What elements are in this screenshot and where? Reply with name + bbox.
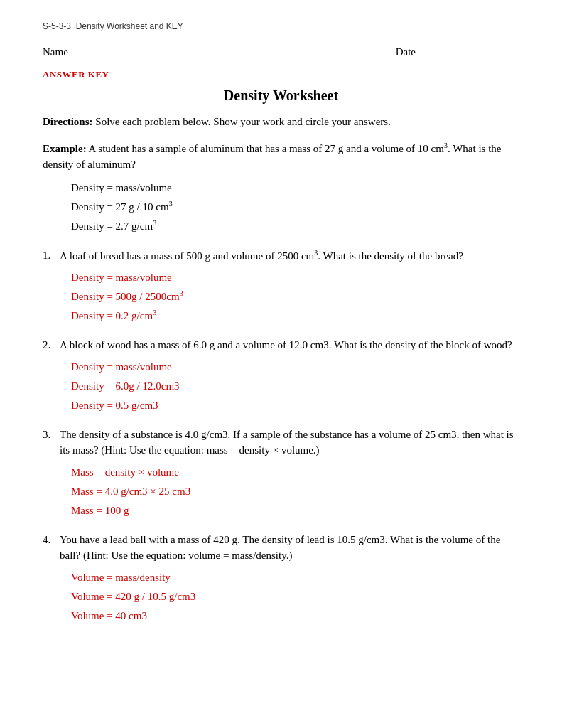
problem-4-number: 4. [43,532,60,548]
problem-4-question: 4. You have a lead ball with a mass of 4… [43,532,519,564]
date-line [420,46,519,58]
problem-1-text: A loaf of bread has a mass of 500 g and … [60,247,519,264]
example-steps: Density = mass/volume Density = 27 g / 1… [43,178,519,236]
directions-text: Solve each problem below. Show your work… [93,116,391,127]
example-step-1: Density = mass/volume [71,178,519,198]
example-label: Example: [43,143,87,154]
problem-1-answers: Density = mass/volume Density = 500g / 2… [43,268,519,326]
problem-2: 2. A block of wood has a mass of 6.0 g a… [43,337,519,415]
name-label: Name [43,46,68,58]
problem-2-answer-2: Density = 6.0g / 12.0cm3 [71,377,519,396]
problem-2-answer-1: Density = mass/volume [71,358,519,377]
problem-2-question: 2. A block of wood has a mass of 6.0 g a… [43,337,519,353]
problem-1-answer-2: Density = 500g / 2500cm3 [71,287,519,306]
problem-4-answer-2: Volume = 420 g / 10.5 g/cm3 [71,587,519,606]
name-line [72,46,382,58]
example-step-3: Density = 2.7 g/cm3 [71,217,519,236]
directions: Directions: Solve each problem below. Sh… [43,114,519,130]
date-label: Date [396,46,416,58]
directions-label: Directions: [43,116,93,127]
problem-3-question: 3. The density of a substance is 4.0 g/c… [43,427,519,459]
problem-3-answer-3: Mass = 100 g [71,501,519,520]
problem-3-answer-2: Mass = 4.0 g/cm3 × 25 cm3 [71,482,519,501]
problem-1-question: 1. A loaf of bread has a mass of 500 g a… [43,247,519,264]
problem-3-answer-1: Mass = density × volume [71,463,519,482]
example-text: Example: A student has a sample of alumi… [43,140,519,173]
example-block: Example: A student has a sample of alumi… [43,140,519,236]
example-step-2: Density = 27 g / 10 cm3 [71,198,519,217]
problem-4: 4. You have a lead ball with a mass of 4… [43,532,519,626]
problem-1: 1. A loaf of bread has a mass of 500 g a… [43,247,519,326]
problem-3-number: 3. [43,427,60,443]
problems-container: 1. A loaf of bread has a mass of 500 g a… [43,247,519,626]
problem-4-answer-1: Volume = mass/density [71,568,519,587]
problem-2-answers: Density = mass/volume Density = 6.0g / 1… [43,358,519,415]
problem-1-number: 1. [43,247,60,264]
problem-4-text: You have a lead ball with a mass of 420 … [60,532,519,564]
file-name: S-5-3-3_Density Worksheet and KEY [43,21,519,31]
problem-2-number: 2. [43,337,60,353]
problem-1-answer-1: Density = mass/volume [71,268,519,287]
problem-1-answer-3: Density = 0.2 g/cm3 [71,306,519,326]
problem-4-answers: Volume = mass/density Volume = 420 g / 1… [43,568,519,626]
problem-2-answer-3: Density = 0.5 g/cm3 [71,396,519,415]
problem-3-answers: Mass = density × volume Mass = 4.0 g/cm3… [43,463,519,520]
worksheet-title: Density Worksheet [43,87,519,104]
example-main-text: A student has a sample of aluminum that … [87,143,444,154]
answer-key-label: Answer Key [43,68,519,80]
problem-3-text: The density of a substance is 4.0 g/cm3.… [60,427,519,459]
problem-4-answer-3: Volume = 40 cm3 [71,606,519,626]
name-date-row: Name Date [43,46,519,58]
problem-2-text: A block of wood has a mass of 6.0 g and … [60,337,519,353]
problem-3: 3. The density of a substance is 4.0 g/c… [43,427,519,520]
